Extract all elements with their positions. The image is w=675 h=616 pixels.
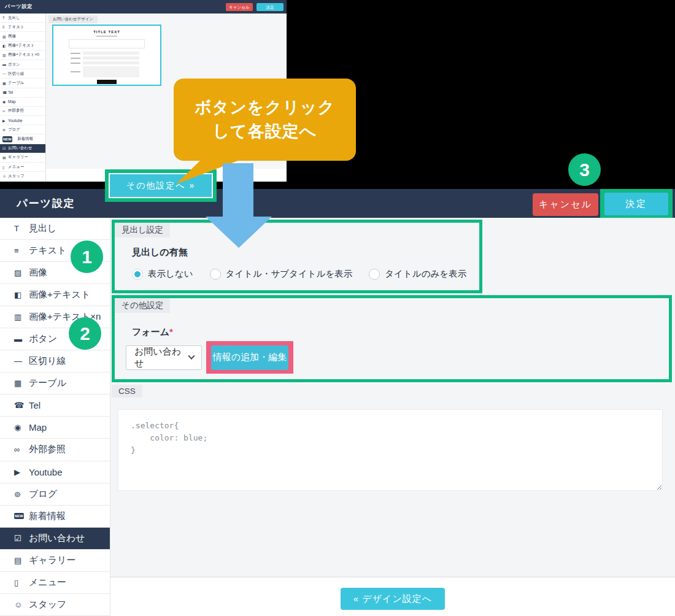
sidebar-item-label: 見出し — [29, 223, 56, 234]
sidebar-item-icon: ▶ — [2, 118, 8, 123]
sidebar-item-11[interactable]: ∞外部参照 — [0, 439, 110, 461]
add-edit-highlight-frame: 情報の追加・編集 — [206, 341, 293, 374]
content-footer: « デザイン設定へ — [110, 577, 675, 616]
step-3-badge: 3 — [568, 153, 601, 186]
sidebar-item-icon: ▤ — [14, 556, 29, 565]
settings-content: 見出し設定 見出しの有無 表示しないタイトル・サブタイトルを表示タイトルのみを表… — [110, 218, 675, 616]
sidebar-item-icon: — — [2, 72, 8, 75]
mini-form-textarea-bar — [83, 66, 139, 77]
mini-form-field-bar — [83, 61, 139, 64]
radio-option-3[interactable]: タイトルのみを表示 — [369, 268, 466, 280]
sidebar-item-4: ◧画像+テキスト — [0, 42, 45, 51]
sidebar-item-17[interactable]: ▯メニュー — [0, 572, 110, 594]
form-select-value: お問い合わせ — [134, 346, 189, 369]
sidebar-item-icon: ▨ — [14, 268, 29, 277]
sidebar-item-17: ▯メニュー — [0, 163, 45, 172]
add-edit-info-button[interactable]: 情報の追加・編集 — [211, 345, 288, 370]
ok-button-highlight-frame: 決定 — [600, 189, 673, 219]
mini-preview-title: TITLE TEXT — [53, 30, 160, 34]
back-to-design-button[interactable]: « デザイン設定へ — [341, 588, 445, 610]
css-code-textarea[interactable]: .selector{ color: blue; } — [118, 409, 663, 491]
heading-settings-section: 見出し設定 見出しの有無 表示しないタイトル・サブタイトルを表示タイトルのみを表… — [112, 220, 482, 293]
main-header-bar: パーツ設定 キャンセル 決定 — [0, 189, 675, 218]
step-2-badge: 2 — [69, 317, 101, 350]
radio-option-2[interactable]: タイトル・サブタイトルを表示 — [210, 268, 353, 280]
mini-header-bar: パーツ設定 キャンセル 決定 — [0, 0, 287, 13]
sidebar-item-label: 新着情報 — [17, 136, 33, 142]
sidebar-item-label: 見出し — [8, 15, 20, 21]
sidebar-item-icon: ≡ — [14, 246, 29, 255]
other-settings-tab: その他設定 — [115, 298, 170, 313]
mini-field-label-bar — [71, 63, 80, 64]
sidebar-item-13: ⊚ブログ — [0, 125, 45, 134]
cancel-button[interactable]: キャンセル — [533, 193, 598, 216]
sidebar-item-5: ▥画像+テキスト×n — [0, 51, 45, 60]
mini-form-row — [71, 56, 160, 60]
radio-option-label: 表示しない — [148, 268, 193, 280]
heading-visibility-radio-group: 表示しないタイトル・サブタイトルを表示タイトルのみを表示 — [132, 268, 466, 280]
mini-ok-button: 決定 — [256, 3, 284, 11]
mini-form-field-bar — [83, 56, 139, 60]
sidebar-item-label: Youtube — [29, 467, 63, 477]
sidebar-item-12[interactable]: ▶Youtube — [0, 461, 110, 483]
sidebar-item-icon: T — [2, 16, 8, 20]
other-settings-button[interactable]: その他設定へ » — [109, 173, 213, 198]
css-tab: CSS — [112, 385, 142, 398]
sidebar-item-10[interactable]: ◉Map — [0, 417, 110, 439]
mini-sidebar: T見出し≡テキスト▨画像◧画像+テキスト▥画像+テキスト×n▬ボタン—区切り線▦… — [0, 13, 46, 182]
sidebar-item-label: Tel — [29, 400, 40, 410]
sidebar-item-icon: ☑ — [2, 146, 8, 150]
sidebar-item-icon: ☺ — [2, 174, 8, 178]
sidebar-item-16: ▤ギャラリー — [0, 153, 45, 163]
sidebar-item-icon: ▤ — [2, 155, 8, 160]
form-select[interactable]: お問い合わせ — [126, 345, 202, 370]
sidebar-item-icon: NEW — [14, 513, 24, 519]
sidebar-item-9[interactable]: ☎Tel — [0, 395, 110, 417]
sidebar-item-icon: ≡ — [2, 25, 8, 29]
sidebar-item-label: スタッフ — [29, 599, 66, 610]
radio-selected-icon[interactable] — [132, 269, 143, 280]
mini-field-label-bar — [71, 71, 80, 72]
page-title: パーツ設定 — [17, 196, 75, 210]
mini-submit-button-bar — [97, 80, 117, 84]
sidebar-item-label: テキスト — [29, 245, 66, 256]
sidebar-item-label: テキスト — [8, 25, 25, 30]
sidebar-item-2: ≡テキスト — [0, 23, 45, 32]
mini-preview-subtitle-bar — [96, 36, 117, 37]
sidebar-item-1: T見出し — [0, 13, 45, 23]
sidebar-item-label: 区切り線 — [29, 355, 66, 367]
radio-unselected-icon[interactable] — [369, 269, 380, 280]
radio-option-1[interactable]: 表示しない — [132, 268, 193, 280]
sidebar-item-15: ☑お問い合わせ — [0, 144, 45, 153]
sidebar-item-14: NEW新着情報 — [0, 134, 45, 144]
sidebar-item-7: —区切り線 — [0, 69, 45, 79]
sidebar-item-label: 画像+テキスト — [8, 43, 34, 48]
sidebar-item-label: 新着情報 — [29, 510, 66, 522]
mini-form-row — [71, 61, 160, 64]
sidebar-item-icon: ▯ — [2, 165, 8, 169]
sidebar-item-icon: ∞ — [2, 109, 8, 113]
sidebar-item-14[interactable]: NEW新着情報 — [0, 506, 110, 528]
sidebar-item-4[interactable]: ◧画像+テキスト — [0, 284, 110, 306]
sidebar-item-16[interactable]: ▤ギャラリー — [0, 550, 110, 572]
ok-button[interactable]: 決定 — [604, 193, 668, 215]
sidebar-item-7[interactable]: —区切り線 — [0, 350, 110, 372]
sidebar-item-label: テーブル — [8, 80, 24, 86]
sidebar-item-13[interactable]: ⊚ブログ — [0, 483, 110, 506]
sidebar-item-label: 画像 — [29, 267, 47, 279]
mini-field-label-bar — [71, 53, 80, 54]
mini-form-preview: TITLE TEXT — [52, 25, 161, 86]
sidebar-item-icon: ▯ — [14, 578, 29, 587]
radio-option-label: タイトルのみを表示 — [385, 268, 466, 280]
sidebar-item-label: スタッフ — [8, 174, 25, 179]
sidebar-item-1[interactable]: T見出し — [0, 218, 110, 240]
sidebar-item-icon: ∞ — [14, 445, 29, 454]
mini-cancel-button: キャンセル — [226, 3, 253, 11]
radio-unselected-icon[interactable] — [210, 269, 221, 280]
callout-line1: ボタンをクリック — [195, 96, 335, 120]
parts-sidebar: T見出し≡テキスト▨画像◧画像+テキスト▥画像+テキスト×n▬ボタン—区切り線▦… — [0, 218, 110, 616]
sidebar-item-8[interactable]: ▦テーブル — [0, 372, 110, 395]
sidebar-item-label: ブログ — [29, 488, 57, 500]
sidebar-item-15[interactable]: ☑お問い合わせ — [0, 528, 110, 550]
sidebar-item-18[interactable]: ☺スタッフ — [0, 594, 110, 616]
